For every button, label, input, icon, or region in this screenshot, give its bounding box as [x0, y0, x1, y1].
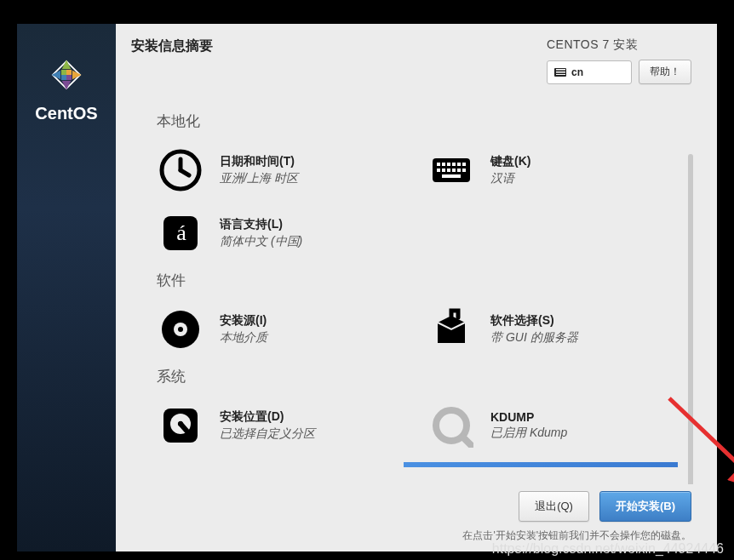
- spoke-selection-title: 软件选择(S): [490, 313, 578, 329]
- main-pane: 安装信息摘要 CENTOS 7 安装 cn 帮助！ 本地化: [116, 24, 717, 551]
- spoke-selection-status: 带 GUI 的服务器: [490, 330, 578, 346]
- spoke-source-status: 本地介质: [220, 330, 267, 346]
- svg-rect-16: [442, 169, 445, 172]
- svg-rect-21: [442, 174, 461, 178]
- svg-point-26: [178, 327, 183, 332]
- svg-rect-20: [462, 169, 466, 172]
- keyboard-icon: [427, 146, 475, 194]
- spoke-language[interactable]: á 语言支持(L) 简体中文 (中国): [157, 208, 412, 259]
- spoke-datetime-status: 亚洲/上海 时区: [220, 171, 298, 186]
- spoke-kdump-status: 已启用 Kdump: [490, 426, 567, 441]
- harddisk-icon: [157, 402, 204, 449]
- section-system-title: 系统: [157, 367, 683, 386]
- svg-rect-1: [61, 70, 66, 75]
- spoke-destination-status: 已选择自定义分区: [220, 426, 315, 442]
- svg-rect-18: [452, 169, 456, 172]
- clock-icon: [157, 146, 204, 194]
- spoke-language-status: 简体中文 (中国): [220, 234, 302, 249]
- svg-rect-10: [442, 163, 445, 166]
- selection-highlight-bar: [404, 462, 678, 467]
- svg-rect-11: [447, 163, 450, 166]
- spoke-keyboard[interactable]: 键盘(K) 汉语: [427, 145, 683, 196]
- svg-rect-13: [457, 163, 461, 166]
- content-scrollbar[interactable]: [688, 154, 693, 484]
- svg-rect-2: [66, 70, 72, 75]
- spoke-keyboard-status: 汉语: [490, 171, 530, 186]
- svg-rect-14: [462, 163, 466, 166]
- summary-content: 本地化 日期和时间(T) 亚洲/上海 时区: [116, 84, 717, 484]
- svg-rect-15: [437, 169, 440, 172]
- spoke-destination-title: 安装位置(D): [220, 409, 315, 425]
- spoke-installation-destination[interactable]: 安装位置(D) 已选择自定义分区: [157, 400, 412, 451]
- spoke-keyboard-title: 键盘(K): [490, 154, 530, 169]
- svg-text:á: á: [176, 220, 186, 245]
- begin-installation-button[interactable]: 开始安装(B): [599, 491, 691, 522]
- spoke-kdump-title: KDUMP: [490, 410, 567, 424]
- svg-rect-17: [447, 169, 450, 172]
- help-button[interactable]: 帮助！: [639, 60, 691, 84]
- spoke-language-title: 语言支持(L): [220, 217, 302, 232]
- svg-line-7: [181, 170, 189, 175]
- spoke-installation-source[interactable]: 安装源(I) 本地介质: [157, 304, 412, 355]
- header-brand: CENTOS 7 安装: [547, 37, 638, 53]
- spoke-software-selection[interactable]: 软件选择(S) 带 GUI 的服务器: [427, 304, 683, 355]
- spoke-kdump[interactable]: KDUMP 已启用 Kdump: [427, 400, 683, 451]
- kdump-icon: [427, 402, 475, 449]
- keyboard-layout-code: cn: [571, 66, 583, 78]
- section-localization-title: 本地化: [157, 111, 683, 131]
- spoke-source-title: 安装源(I): [220, 313, 267, 329]
- svg-rect-4: [66, 75, 72, 80]
- spoke-datetime-title: 日期和时间(T): [220, 154, 298, 169]
- quit-button[interactable]: 退出(Q): [519, 491, 589, 522]
- watermark: https://blog.csdn.net/weixin_44924446: [492, 541, 724, 557]
- page-title: 安装信息摘要: [131, 37, 213, 55]
- svg-rect-9: [437, 163, 440, 166]
- spoke-datetime[interactable]: 日期和时间(T) 亚洲/上海 时区: [157, 145, 412, 196]
- language-icon: á: [157, 209, 204, 257]
- centos-logo: [43, 51, 90, 99]
- sidebar: CentOS: [17, 24, 116, 551]
- svg-rect-3: [61, 75, 66, 80]
- svg-rect-19: [457, 169, 461, 172]
- header: 安装信息摘要 CENTOS 7 安装 cn 帮助！: [116, 24, 717, 84]
- sidebar-brand-label: CentOS: [35, 104, 97, 123]
- svg-rect-12: [452, 163, 456, 166]
- keyboard-small-icon: [554, 68, 566, 77]
- keyboard-layout-indicator[interactable]: cn: [547, 60, 632, 84]
- disc-icon: [157, 306, 204, 353]
- section-software-title: 软件: [157, 271, 683, 290]
- svg-line-31: [463, 437, 472, 446]
- package-icon: [427, 306, 475, 353]
